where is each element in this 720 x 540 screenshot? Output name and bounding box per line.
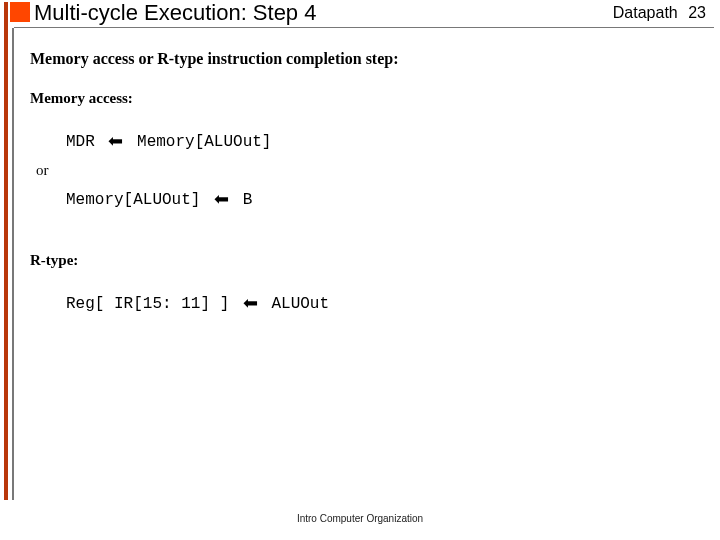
code-line-2-right: B — [243, 191, 253, 209]
slide: Multi-cycle Execution: Step 4 Datapath 2… — [0, 0, 720, 540]
left-accent-bar — [4, 2, 8, 500]
page-number: 23 — [688, 4, 706, 21]
rtype-heading: R-type: — [30, 252, 690, 269]
code-line-3-right: ALUOut — [271, 295, 329, 313]
arrow-left-icon: ⬅ — [108, 129, 123, 154]
arrow-left-icon: ⬅ — [243, 291, 258, 316]
code-line-3-left: Reg[ IR[15: 11] ] — [66, 295, 229, 313]
code-line-1: MDR ⬅ Memory[ALUOut] — [66, 129, 690, 154]
section-label: Datapath — [613, 4, 678, 21]
left-inner-bar — [12, 28, 14, 500]
title-bullet-icon — [10, 2, 30, 22]
code-line-1-left: MDR — [66, 133, 95, 151]
header-right: Datapath 23 — [613, 4, 706, 22]
or-label: or — [36, 162, 690, 179]
code-line-1-right: Memory[ALUOut] — [137, 133, 271, 151]
footer-text: Intro Computer Organization — [0, 513, 720, 524]
code-line-2: Memory[ALUOut] ⬅ B — [66, 187, 690, 212]
spacer — [30, 220, 690, 252]
slide-title: Multi-cycle Execution: Step 4 — [34, 0, 316, 26]
title-divider — [14, 27, 714, 28]
main-heading: Memory access or R-type instruction comp… — [30, 50, 690, 68]
arrow-left-icon: ⬅ — [214, 187, 229, 212]
code-line-3: Reg[ IR[15: 11] ] ⬅ ALUOut — [66, 291, 690, 316]
content-area: Memory access or R-type instruction comp… — [30, 50, 690, 325]
memory-access-heading: Memory access: — [30, 90, 690, 107]
code-line-2-left: Memory[ALUOut] — [66, 191, 200, 209]
